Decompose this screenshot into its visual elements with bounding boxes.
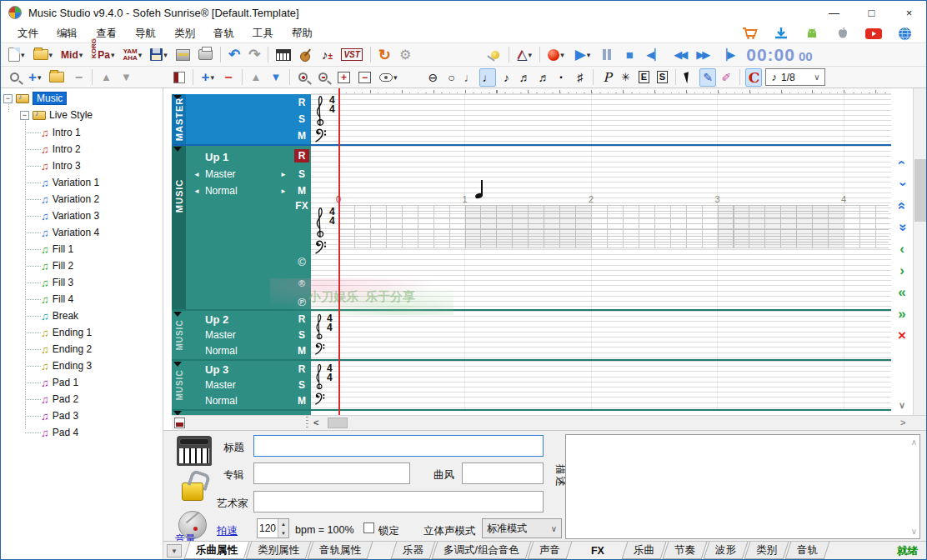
vertical-scrollbar-thumb[interactable]	[914, 159, 927, 222]
stereo-mode-select[interactable]: 标准模式 ∨	[482, 518, 562, 538]
tempo-link[interactable]: 拍速	[217, 524, 238, 538]
move-up-button[interactable]: ‹	[893, 153, 911, 172]
pencil-tool-button[interactable]: ✎	[699, 68, 716, 87]
panel-toggle-icon[interactable]	[174, 418, 185, 428]
horizontal-scrollbar-thumb[interactable]	[328, 418, 348, 428]
track-move-up-button[interactable]: ▲	[248, 68, 264, 87]
track-mode-select[interactable]: Normal	[205, 345, 298, 357]
track-record-button[interactable]: R	[294, 149, 309, 162]
track-solo-button[interactable]: S	[294, 328, 309, 342]
left-arrow-icon[interactable]: ◄	[193, 188, 200, 195]
tempo-up-button[interactable]: ▲	[278, 519, 288, 528]
step-grid[interactable]	[338, 205, 889, 248]
note-sixteenth-button[interactable]: ♬	[516, 68, 533, 87]
bottom-tab[interactable]: FX	[583, 542, 613, 559]
note-whole-button[interactable]: ○	[443, 68, 459, 87]
tree-paste-button[interactable]	[47, 68, 67, 87]
tree-item[interactable]: ♫ Variation 4	[41, 225, 99, 240]
artist-input[interactable]	[253, 491, 544, 512]
tree-root-label[interactable]: Music	[33, 92, 67, 105]
eraser-tool-button[interactable]: ✐	[718, 68, 734, 87]
splitter-handle[interactable]	[306, 417, 308, 430]
track-record-button[interactable]: R	[294, 312, 309, 326]
undo-button[interactable]: ↶	[226, 46, 243, 64]
collapse-triangle-icon[interactable]	[173, 147, 182, 152]
tree-item[interactable]: ♫ Intro 3	[41, 158, 81, 173]
vertical-scrollbar[interactable]	[913, 88, 927, 415]
tempo-down-button[interactable]: ▼	[278, 528, 288, 538]
scroll-right-button[interactable]: >	[900, 418, 905, 428]
scroll-left-button[interactable]: <	[313, 418, 318, 428]
tree-item[interactable]: ♫ Fill 1	[41, 242, 73, 257]
bottom-tab[interactable]: 多调式/组合音色	[432, 542, 532, 559]
korg-import-button[interactable]: KORGPa▾	[88, 46, 117, 64]
description-textarea[interactable]: ∧ ∨	[565, 434, 920, 539]
yamaha-import-button[interactable]: YAMAHA▾	[120, 46, 144, 64]
tree-search-button[interactable]	[6, 68, 23, 87]
refresh-button[interactable]: ↻	[376, 46, 393, 64]
master-staff[interactable]: 44	[311, 94, 891, 144]
album-input[interactable]	[253, 462, 410, 484]
accidental-button[interactable]: ♯	[571, 68, 588, 87]
note-thirtysecond-button[interactable]: ♬	[534, 68, 551, 87]
tempo-stepper[interactable]: 120 ▲▼	[257, 518, 289, 538]
tree-move-up-button[interactable]: ▲	[98, 68, 114, 87]
measure-ruler[interactable]: 01234	[311, 194, 891, 205]
tree-item[interactable]: ♫ Fill 3	[41, 275, 73, 290]
redo-button[interactable]: ↷	[246, 46, 263, 64]
tree-item[interactable]: ♫ Intro 2	[41, 142, 81, 157]
up3-staff[interactable]: 44	[311, 361, 891, 409]
up3-track-header[interactable]: MUSIC Up 3 Master Normal R S M	[172, 361, 311, 409]
genre-input[interactable]	[462, 462, 544, 484]
expression-button[interactable]: E	[635, 68, 652, 87]
tempo-lock-checkbox[interactable]	[363, 522, 374, 533]
apple-icon[interactable]	[834, 26, 852, 41]
track-mute-button[interactable]: M	[294, 344, 309, 358]
pedal-button[interactable]: P	[599, 68, 615, 87]
maximize-button[interactable]: □	[853, 1, 890, 24]
print-button[interactable]	[196, 46, 215, 64]
move-start-button[interactable]: «	[893, 283, 911, 302]
snap-resolution-select[interactable]: ♪ 1/8 ∨	[765, 68, 825, 86]
delete-button[interactable]: ×	[893, 327, 911, 345]
metronome-button[interactable]: △▾	[514, 46, 534, 64]
step-back-button[interactable]: ◀▏	[644, 46, 665, 64]
track-title[interactable]: Up 1	[205, 151, 228, 163]
track-add-button[interactable]: +▾	[198, 68, 216, 87]
note-half-button[interactable]: ♩	[461, 68, 478, 87]
note-quarter-button[interactable]: ♩	[479, 68, 496, 87]
move-top-button[interactable]: «	[893, 197, 911, 215]
scroll-more-button[interactable]: ∨	[893, 398, 911, 412]
settings-button[interactable]: ⚙	[397, 46, 413, 64]
track-remove-button[interactable]: −	[220, 68, 237, 87]
guitar-button[interactable]	[297, 46, 315, 64]
scroll-down-icon[interactable]: ∨	[911, 527, 917, 536]
move-bottom-button[interactable]: «	[893, 218, 911, 237]
up2-staff[interactable]: 44	[311, 311, 891, 359]
master-solo-button[interactable]: S	[294, 112, 309, 126]
tree-item[interactable]: ♫ Variation 2	[41, 192, 99, 207]
playhead[interactable]	[338, 88, 340, 415]
tree-item[interactable]: ♫ Pad 3	[41, 408, 78, 423]
bottom-tab[interactable]: 乐曲属性	[184, 542, 250, 559]
move-left-button[interactable]: ‹	[893, 240, 911, 258]
track-mode-select[interactable]: ◄Normal►	[193, 185, 287, 197]
track-master-select[interactable]: Master	[205, 379, 298, 391]
vst-button[interactable]: VST	[338, 46, 364, 64]
zoom-in-button[interactable]	[295, 68, 312, 87]
select-tool-button[interactable]	[681, 68, 698, 87]
tree-item[interactable]: ♫ Pad 2	[41, 392, 78, 407]
bottom-tab[interactable]: 乐器	[391, 542, 436, 559]
snap-magnet-button[interactable]: C	[745, 68, 762, 87]
tree-item[interactable]: ♫ Ending 2	[41, 342, 92, 357]
right-arrow-icon[interactable]: ►	[280, 171, 287, 178]
copyright-icon[interactable]: ©	[294, 252, 309, 272]
android-icon[interactable]	[803, 26, 821, 41]
stop-button[interactable]: ■	[621, 46, 638, 64]
record-button[interactable]: ▾	[545, 46, 567, 64]
tree-remove-button[interactable]: −	[70, 68, 87, 87]
toggle-panel-button[interactable]	[171, 68, 188, 87]
note-transpose-button[interactable]: ♪±	[318, 46, 335, 64]
tree-root-row[interactable]: − Music	[3, 91, 67, 106]
tree-item[interactable]: ♫ Break	[41, 308, 78, 323]
